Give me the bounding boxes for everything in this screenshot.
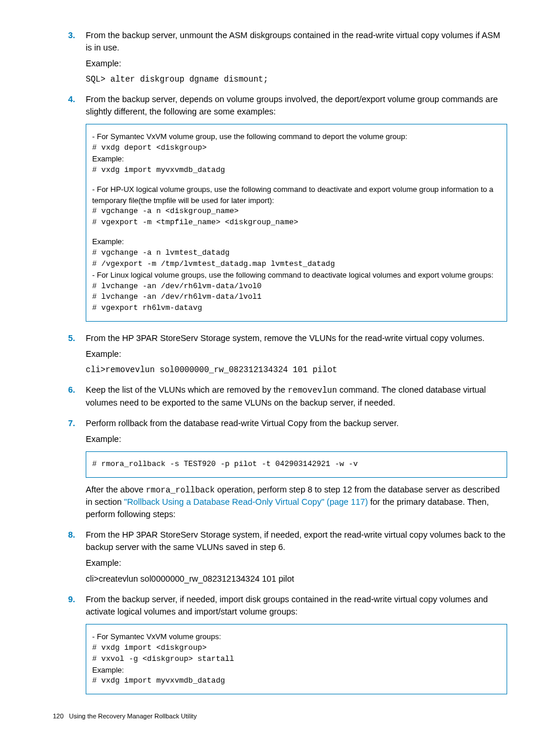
step-text: Keep the list of the VLUNs which are rem…	[86, 384, 507, 409]
step-number: 3.	[53, 29, 86, 42]
step-4: 4. From the backup server, depends on vo…	[53, 93, 507, 328]
page-number: 120	[53, 713, 63, 720]
step-number: 5.	[53, 332, 86, 345]
box-line: - For Linux logical volume groups, use t…	[92, 270, 501, 281]
step-number: 4.	[53, 93, 86, 106]
example-label: Example:	[86, 58, 507, 70]
box-line: Example:	[92, 665, 501, 676]
step-6: 6. Keep the list of the VLUNs which are …	[53, 384, 507, 412]
box-line: # lvchange -an /dev/rh6lvm-data/lvol0	[92, 281, 501, 292]
box-line: # vxdg import myvxvmdb_datadg	[92, 165, 501, 176]
step-text: From the HP 3PAR StoreServ Storage syste…	[86, 529, 507, 553]
box-line: # vxdg import myvxvmdb_datadg	[92, 676, 501, 687]
box-line: - For Symantec VxVM volume group, use th…	[92, 131, 501, 143]
step-content: From the backup server, if needed, impor…	[86, 593, 507, 700]
example-label: Example:	[86, 348, 507, 360]
box-line: # vxdg import <diskgroup>	[92, 643, 501, 654]
box-line: # vxdg deport <diskgroup>	[92, 143, 501, 154]
step-number: 7.	[53, 417, 86, 430]
code-box: - For Symantec VxVM volume group, use th…	[86, 124, 507, 322]
step-8: 8. From the HP 3PAR StoreServ Storage sy…	[53, 529, 507, 589]
box-line: - For Symantec VxVM volume groups:	[92, 632, 501, 643]
step-content: From the backup server, unmount the ASM …	[86, 29, 507, 89]
step-7: 7. Perform rollback from the database re…	[53, 417, 507, 524]
after-text: After the above rmora_rollback operation…	[86, 484, 507, 521]
step-text: From the backup server, depends on volum…	[86, 93, 507, 118]
step-content: From the HP 3PAR StoreServ Storage syste…	[86, 529, 507, 589]
box-line: # vgexport -m <tmpfile_name> <diskgroup_…	[92, 217, 501, 228]
step-3: 3. From the backup server, unmount the A…	[53, 29, 507, 89]
command: cli>createvlun sol0000000_rw_08231213432…	[86, 573, 507, 585]
cross-ref-link[interactable]: "Rollback Using a Database Read-Only Vir…	[124, 497, 367, 507]
box-line: Example:	[92, 154, 501, 165]
example-label: Example:	[86, 433, 507, 445]
code-box: # rmora_rollback -s TEST920 -p pilot -t …	[86, 451, 507, 478]
step-text: From the HP 3PAR StoreServ Storage syste…	[86, 332, 507, 345]
command: SQL> alter diskgroup dgname dismount;	[86, 73, 507, 85]
step-content: From the backup server, depends on volum…	[86, 93, 507, 328]
step-number: 9.	[53, 593, 86, 606]
step-content: From the HP 3PAR StoreServ Storage syste…	[86, 332, 507, 379]
box-line: # vgchange -a n lvmtest_datadg	[92, 248, 501, 259]
step-number: 8.	[53, 529, 86, 541]
step-number: 6.	[53, 384, 86, 396]
step-content: Keep the list of the VLUNs which are rem…	[86, 384, 507, 412]
code-box: - For Symantec VxVM volume groups: # vxd…	[86, 624, 507, 694]
step-text: Perform rollback from the database read-…	[86, 417, 507, 430]
step-text: From the backup server, unmount the ASM …	[86, 29, 507, 54]
footer-title: Using the Recovery Manager Rollback Util…	[69, 713, 197, 720]
step-content: Perform rollback from the database read-…	[86, 417, 507, 524]
box-line: # vgchange -a n <diskgroup_name>	[92, 206, 501, 217]
page-footer: 120 Using the Recovery Manager Rollback …	[53, 712, 507, 721]
box-line: # /vgexport -m /tmp/lvmtest_datadg.map l…	[92, 259, 501, 270]
box-line: Example:	[92, 237, 501, 248]
box-line: # lvchange -an /dev/rh6lvm-data/lvol1	[92, 292, 501, 303]
box-line: # vgexport rh6lvm-datavg	[92, 303, 501, 314]
box-line: # vxvol -g <diskgroup> startall	[92, 654, 501, 665]
box-line: - For HP-UX logical volume groups, use t…	[92, 184, 501, 207]
command: cli>removevlun sol0000000_rw_08231213432…	[86, 364, 507, 376]
step-9: 9. From the backup server, if needed, im…	[53, 593, 507, 700]
step-5: 5. From the HP 3PAR StoreServ Storage sy…	[53, 332, 507, 379]
box-line: # rmora_rollback -s TEST920 -p pilot -t …	[92, 459, 501, 470]
example-label: Example:	[86, 557, 507, 569]
step-text: From the backup server, if needed, impor…	[86, 593, 507, 618]
